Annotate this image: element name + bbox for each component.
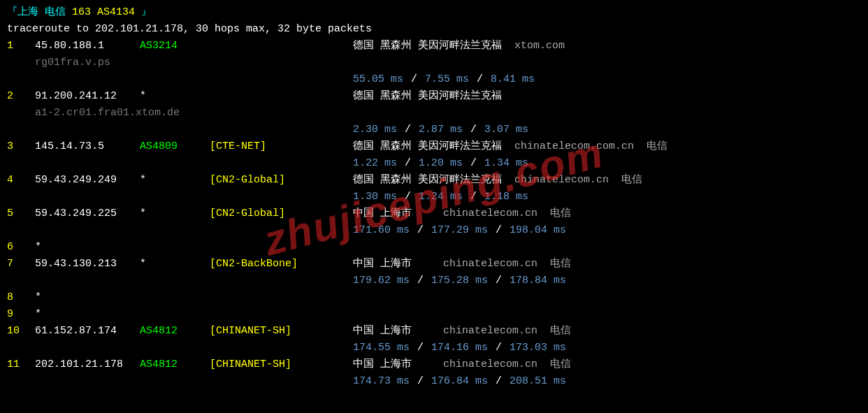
- hop-asn: *: [140, 256, 210, 273]
- hop-network-tag: [CHINANET-SH]: [210, 323, 314, 340]
- bracket-open: 『: [7, 6, 17, 18]
- hop-location: 德国 黑森州 美因河畔法兰克福 xtom.com: [353, 38, 565, 55]
- hop-timing-3: 208.51 ms: [509, 375, 566, 387]
- hop-timings: 55.05 ms / 7.55 ms / 8.41 ms: [7, 71, 861, 88]
- hop-ip: 91.200.241.12: [35, 88, 140, 105]
- hop-row: 145.80.188.1AS3214德国 黑森州 美因河畔法兰克福 xtom.c…: [7, 38, 861, 55]
- hop-timings: 174.55 ms / 174.16 ms / 173.03 ms: [7, 340, 861, 356]
- hop-asn: *: [140, 205, 210, 222]
- hop-number: 8: [7, 289, 35, 306]
- hop-timing-2: 2.87 ms: [419, 124, 463, 136]
- hop-rdns: a1-2.cr01.fra01.xtom.de: [7, 105, 861, 122]
- hop-timings: 171.60 ms / 177.29 ms / 198.04 ms: [7, 222, 861, 239]
- hop-ip: 59.43.130.213: [35, 256, 140, 273]
- hop-timing-1: 1.30 ms: [353, 191, 397, 203]
- traceroute-header: 『上海 电信 163 AS4134 』: [7, 4, 861, 21]
- hop-number: 9: [7, 306, 35, 323]
- hop-isp: 电信: [646, 140, 667, 152]
- hop-isp: 电信: [550, 358, 571, 370]
- hop-network-tag: [210, 38, 314, 55]
- hop-timing-2: 176.84 ms: [431, 375, 488, 387]
- hop-location: 德国 黑森州 美因河畔法兰克福 chinatelecom.cn 电信: [353, 172, 642, 189]
- hop-timeout-star: *: [35, 239, 41, 256]
- hop-host: chinatelecom.cn: [514, 174, 609, 186]
- hop-row: 759.43.130.213*[CN2-BackBone]中国 上海市 chin…: [7, 256, 861, 273]
- hop-host: chinatelecom.cn: [443, 325, 537, 337]
- hop-location: 德国 黑森州 美因河畔法兰克福: [353, 88, 502, 105]
- hop-number: 5: [7, 205, 35, 222]
- hop-timing-3: 1.18 ms: [484, 191, 528, 203]
- hop-location: 德国 黑森州 美因河畔法兰克福 chinatelecom.com.cn 电信: [353, 138, 667, 155]
- hop-asn: AS3214: [140, 38, 210, 55]
- hop-row: 3145.14.73.5AS4809[CTE-NET]德国 黑森州 美因河畔法兰…: [7, 138, 861, 155]
- hop-timings: 174.73 ms / 176.84 ms / 208.51 ms: [7, 373, 861, 390]
- hop-host: chinatelecom.cn: [443, 208, 537, 219]
- hop-timing-3: 3.07 ms: [484, 124, 528, 136]
- hop-isp: 电信: [550, 325, 571, 337]
- hop-network-tag: [CHINANET-SH]: [210, 356, 314, 373]
- hop-number: 10: [7, 323, 35, 340]
- hop-host: xtom.com: [514, 40, 565, 52]
- hop-timing-3: 178.84 ms: [509, 275, 566, 287]
- hop-number: 7: [7, 256, 35, 273]
- hop-timings: 1.30 ms / 1.24 ms / 1.18 ms: [7, 189, 861, 205]
- hop-ip: 145.14.73.5: [35, 138, 140, 155]
- hop-timing-1: 2.30 ms: [353, 124, 397, 136]
- hop-isp: 电信: [621, 174, 642, 186]
- hop-timing-1: 179.62 ms: [353, 275, 410, 287]
- hop-timing-3: 173.03 ms: [509, 342, 566, 354]
- hop-host: chinatelecom.cn: [443, 358, 537, 370]
- hop-timing-2: 7.55 ms: [425, 73, 469, 85]
- hop-timing-1: 174.73 ms: [353, 375, 410, 387]
- hop-ip: 59.43.249.249: [35, 172, 140, 189]
- header-asn: 163 AS4134: [72, 6, 135, 18]
- header-isp: 电信: [45, 6, 66, 18]
- hop-network-tag: [CTE-NET]: [210, 138, 314, 155]
- hop-network-tag: [210, 88, 314, 105]
- hop-row: 1061.152.87.174AS4812[CHINANET-SH]中国 上海市…: [7, 323, 861, 340]
- hop-row-noresp: 9*: [7, 306, 861, 323]
- hop-timeout-star: *: [35, 306, 41, 323]
- hop-timing-2: 1.20 ms: [419, 157, 463, 169]
- hop-number: 11: [7, 356, 35, 373]
- hop-timings: 2.30 ms / 2.87 ms / 3.07 ms: [7, 122, 861, 138]
- hop-asn: AS4809: [140, 138, 210, 155]
- hop-row: 11202.101.21.178AS4812[CHINANET-SH]中国 上海…: [7, 356, 861, 373]
- hop-number: 4: [7, 172, 35, 189]
- hop-rdns: rg01fra.v.ps: [7, 55, 861, 71]
- hop-row-noresp: 8*: [7, 289, 861, 306]
- hop-timing-1: 1.22 ms: [353, 157, 397, 169]
- hop-timing-3: 1.34 ms: [484, 157, 528, 169]
- hop-row: 559.43.249.225*[CN2-Global]中国 上海市 chinat…: [7, 205, 861, 222]
- hop-isp: 电信: [550, 258, 571, 270]
- hop-timing-3: 8.41 ms: [491, 73, 535, 85]
- hop-row-noresp: 6*: [7, 239, 861, 256]
- hop-asn: *: [140, 88, 210, 105]
- hop-network-tag: [CN2-BackBone]: [210, 256, 314, 273]
- bracket-close: 』: [141, 6, 152, 18]
- hop-asn: *: [140, 172, 210, 189]
- traceroute-output: 145.80.188.1AS3214德国 黑森州 美因河畔法兰克福 xtom.c…: [7, 38, 861, 390]
- hop-isp: 电信: [550, 208, 571, 219]
- hop-number: 2: [7, 88, 35, 105]
- hop-location: 中国 上海市 chinatelecom.cn 电信: [353, 256, 571, 273]
- hop-asn: AS4812: [140, 323, 210, 340]
- hop-row: 291.200.241.12*德国 黑森州 美因河畔法兰克福: [7, 88, 861, 105]
- hop-timing-1: 174.55 ms: [353, 342, 410, 354]
- hop-host: chinatelecom.cn: [443, 258, 537, 270]
- hop-host: chinatelecom.com.cn: [514, 140, 634, 152]
- hop-number: 1: [7, 38, 35, 55]
- hop-timings: 179.62 ms / 175.28 ms / 178.84 ms: [7, 273, 861, 289]
- hop-timing-2: 174.16 ms: [431, 342, 488, 354]
- hop-timing-1: 55.05 ms: [353, 73, 403, 85]
- hop-number: 6: [7, 239, 35, 256]
- hop-number: 3: [7, 138, 35, 155]
- header-loc: 上海: [17, 6, 38, 18]
- hop-location: 中国 上海市 chinatelecom.cn 电信: [353, 356, 571, 373]
- hop-timing-3: 198.04 ms: [509, 224, 566, 236]
- hop-timing-2: 175.28 ms: [431, 275, 488, 287]
- hop-ip: 202.101.21.178: [35, 356, 140, 373]
- hop-ip: 59.43.249.225: [35, 205, 140, 222]
- traceroute-subheader: traceroute to 202.101.21.178, 30 hops ma…: [7, 21, 861, 38]
- hop-network-tag: [CN2-Global]: [210, 172, 314, 189]
